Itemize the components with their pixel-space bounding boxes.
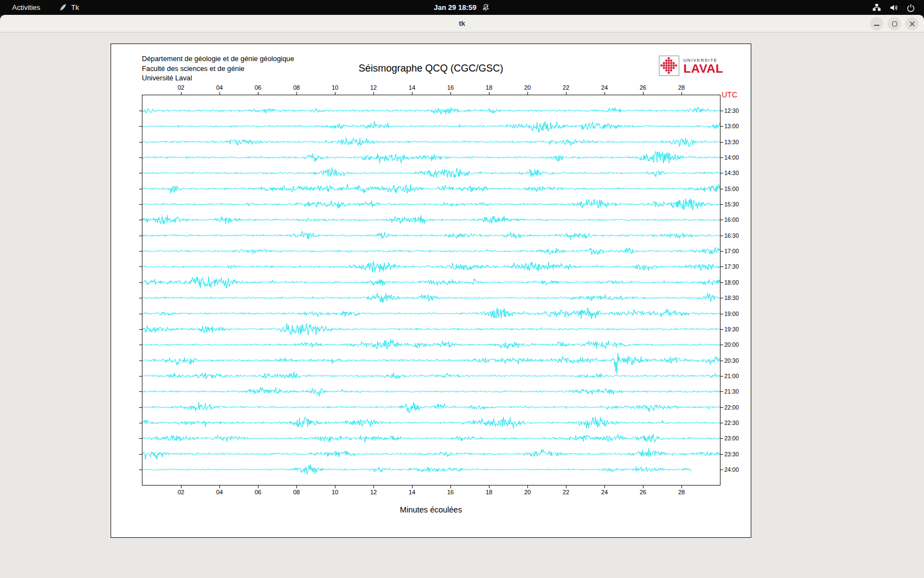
x-tick-label-bottom: 26 — [640, 489, 646, 495]
x-tick-top — [489, 92, 490, 95]
row-time-label: 17:00 — [724, 248, 739, 254]
x-tick-label-top: 12 — [370, 84, 377, 91]
x-axis-title: Minutes écoulées — [111, 505, 751, 514]
row-tick-right — [721, 298, 723, 298]
x-tick-label-top: 14 — [409, 84, 415, 91]
x-tick-label-top: 24 — [601, 84, 608, 91]
x-tick-label-bottom: 12 — [370, 489, 377, 495]
x-tick-bottom — [643, 486, 644, 488]
x-tick-label-top: 10 — [332, 84, 338, 91]
maximize-icon — [892, 21, 897, 26]
row-time-label: 15:30 — [724, 201, 739, 208]
x-tick-bottom — [219, 486, 220, 488]
x-tick-bottom — [296, 486, 297, 488]
row-tick-right — [721, 157, 723, 158]
row-tick-right — [721, 376, 723, 377]
row-tick-right — [721, 204, 723, 205]
x-tick-label-bottom: 18 — [486, 489, 492, 495]
row-time-label: 13:30 — [724, 139, 739, 145]
row-time-label: 23:30 — [724, 451, 739, 457]
row-tick-left — [139, 111, 142, 111]
row-tick-right — [721, 236, 723, 236]
activities-button[interactable]: Activities — [8, 2, 45, 13]
row-tick-right — [721, 361, 723, 361]
x-tick-top — [643, 92, 644, 95]
row-tick-left — [139, 266, 142, 267]
row-tick-left — [139, 470, 142, 470]
power-icon[interactable] — [906, 3, 915, 12]
row-tick-left — [139, 126, 142, 127]
row-tick-left — [139, 423, 142, 423]
notifications-muted-icon — [482, 3, 490, 12]
row-tick-right — [721, 126, 723, 127]
row-tick-left — [139, 454, 142, 455]
x-tick-label-top: 06 — [255, 84, 261, 91]
focused-app-indicator[interactable]: Tk — [59, 3, 79, 12]
institution-line: Université Laval — [142, 73, 294, 83]
x-tick-bottom — [450, 486, 451, 488]
row-time-label: 22:00 — [724, 404, 739, 411]
row-time-label: 24:00 — [724, 466, 739, 473]
top-bar: Activities Tk Jan 29 18:59 — [0, 0, 924, 15]
x-tick-top — [604, 92, 605, 95]
x-tick-label-bottom: 24 — [601, 489, 608, 495]
x-tick-bottom — [181, 486, 182, 488]
x-tick-label-top: 04 — [216, 84, 223, 91]
clock-menu[interactable]: Jan 29 18:59 — [434, 3, 490, 12]
row-tick-left — [139, 236, 142, 236]
x-tick-label-top: 28 — [678, 84, 685, 91]
utc-label: UTC — [722, 90, 738, 99]
row-tick-right — [721, 454, 723, 455]
row-time-label: 14:30 — [724, 170, 739, 176]
laval-logo: UNIVERSITÉ LAVAL — [659, 56, 723, 76]
x-tick-top — [181, 92, 182, 95]
row-tick-right — [721, 111, 723, 111]
close-button[interactable] — [905, 17, 919, 30]
row-tick-right — [721, 470, 723, 470]
x-tick-label-top: 08 — [293, 84, 300, 91]
row-tick-left — [139, 173, 142, 173]
x-tick-top — [373, 92, 374, 95]
window-title: tk — [459, 19, 465, 28]
minimize-button[interactable] — [870, 17, 883, 30]
x-tick-bottom — [489, 486, 490, 488]
row-time-label: 16:30 — [724, 232, 739, 239]
row-tick-left — [139, 345, 142, 345]
window-titlebar[interactable]: tk — [0, 15, 924, 32]
x-tick-label-bottom: 08 — [293, 489, 300, 495]
x-tick-bottom — [681, 486, 682, 488]
row-tick-right — [721, 391, 723, 392]
x-tick-label-top: 20 — [524, 84, 531, 91]
x-tick-top — [681, 92, 682, 95]
x-tick-label-bottom: 20 — [524, 489, 531, 495]
row-tick-right — [721, 266, 723, 267]
x-tick-label-top: 22 — [563, 84, 569, 91]
row-tick-left — [139, 329, 142, 330]
row-tick-right — [721, 438, 723, 439]
row-time-label: 21:00 — [724, 373, 739, 379]
row-tick-left — [139, 298, 142, 298]
row-tick-left — [139, 407, 142, 408]
x-tick-top — [335, 92, 336, 95]
row-tick-left — [139, 220, 142, 220]
plot-frame — [142, 95, 721, 486]
row-tick-left — [139, 189, 142, 189]
window-controls — [870, 17, 919, 30]
x-tick-bottom — [527, 486, 528, 488]
x-tick-label-bottom: 10 — [332, 489, 338, 495]
network-icon[interactable] — [872, 3, 881, 12]
maximize-button[interactable] — [888, 17, 901, 30]
row-time-label: 18:30 — [724, 295, 739, 301]
volume-icon[interactable] — [889, 3, 898, 12]
row-tick-right — [721, 282, 723, 283]
x-tick-top — [258, 92, 258, 95]
x-tick-bottom — [335, 486, 336, 488]
institution-line: Département de géologie et de génie géol… — [142, 54, 294, 64]
row-tick-left — [139, 204, 142, 205]
x-tick-bottom — [604, 486, 605, 488]
seismograph-panel: Département de géologie et de génie géol… — [111, 43, 751, 538]
x-tick-bottom — [412, 486, 413, 488]
plot-title: Séismographe QCQ (CGC/GSC) — [111, 63, 751, 74]
row-tick-right — [721, 423, 723, 423]
x-tick-label-bottom: 28 — [678, 489, 685, 495]
